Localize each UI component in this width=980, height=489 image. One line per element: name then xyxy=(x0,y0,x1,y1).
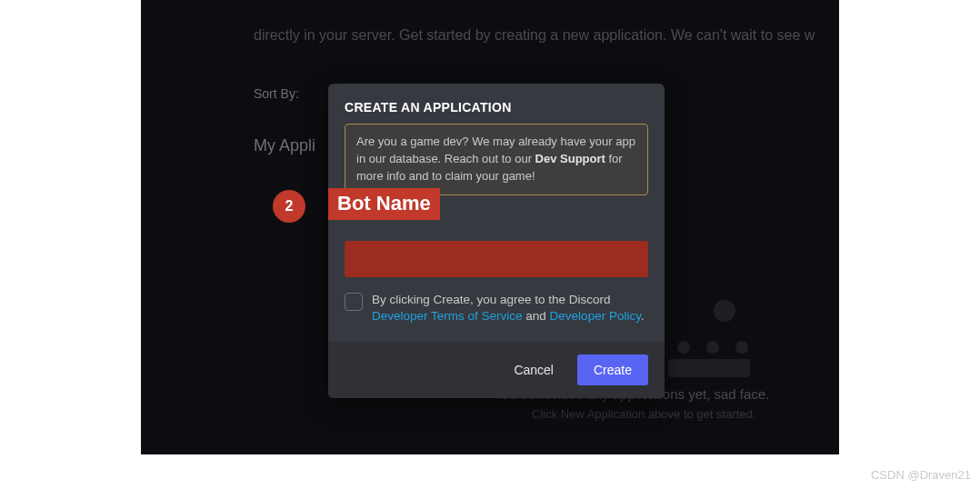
agreement-checkbox[interactable] xyxy=(345,293,363,311)
modal-title: CREATE AN APPLICATION xyxy=(328,84,665,124)
annotation-label: Bot Name xyxy=(328,188,440,220)
developer-policy-link[interactable]: Developer Policy xyxy=(550,309,641,323)
create-application-modal: CREATE AN APPLICATION Are you a game dev… xyxy=(328,84,665,398)
agree-end: . xyxy=(641,309,645,323)
dev-support-info-box: Are you a game dev? We may already have … xyxy=(345,124,648,195)
sort-by-label: Sort By: xyxy=(254,86,299,101)
modal-footer: Cancel Create xyxy=(328,342,665,398)
watermark: CSDN @Draven21 xyxy=(871,468,971,482)
agreement-text: By clicking Create, you agree to the Dis… xyxy=(372,292,648,326)
empty-state-illustration xyxy=(668,291,759,377)
application-name-input[interactable] xyxy=(345,241,648,277)
annotation-step-badge: 2 xyxy=(273,190,305,223)
modal-body: Are you a game dev? We may already have … xyxy=(328,124,665,342)
cancel-button[interactable]: Cancel xyxy=(501,354,566,385)
intro-text: directly in your server. Get started by … xyxy=(254,27,815,44)
agree-mid: and xyxy=(523,309,550,323)
create-button[interactable]: Create xyxy=(577,354,648,385)
app-frame: directly in your server. Get started by … xyxy=(141,0,839,454)
dev-support-link[interactable]: Dev Support xyxy=(535,152,605,165)
agreement-row: By clicking Create, you agree to the Dis… xyxy=(345,292,648,332)
terms-of-service-link[interactable]: Developer Terms of Service xyxy=(372,309,523,323)
my-applications-heading: My Appli xyxy=(254,136,315,155)
empty-state-subtitle: Click New Application above to get start… xyxy=(532,407,755,421)
agree-prefix: By clicking Create, you agree to the Dis… xyxy=(372,293,611,306)
